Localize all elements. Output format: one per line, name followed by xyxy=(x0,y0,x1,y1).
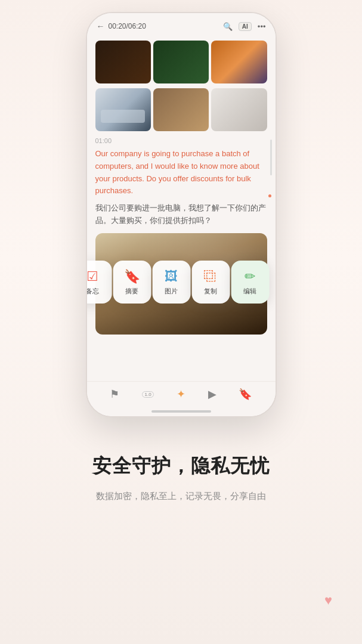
search-icon[interactable]: 🔍 xyxy=(223,22,233,31)
timestamp: 01:00 xyxy=(95,137,267,144)
image-cell-1 xyxy=(95,41,151,83)
timer-text: 00:20/06:20 xyxy=(109,22,146,30)
top-bar: ← 00:20/06:20 🔍 AI ••• xyxy=(87,13,276,36)
bottom-toolbar: ⚑ 1.0 ✦ ▶ 🔖 xyxy=(87,381,276,410)
speed-badge: 1.0 xyxy=(142,391,153,398)
top-bar-left: ← 00:20/06:20 xyxy=(97,21,146,31)
image-label: 图片 xyxy=(165,287,178,296)
spark-button[interactable]: ✦ xyxy=(177,388,185,401)
top-bar-right: 🔍 AI ••• xyxy=(223,22,266,31)
image-cell-4 xyxy=(95,88,151,131)
back-icon[interactable]: ← xyxy=(97,21,105,31)
heart-decoration: ♥ xyxy=(324,593,332,608)
image-icon: 🖼 xyxy=(165,269,178,284)
image-cell-3 xyxy=(211,41,267,83)
bookmark-icon: 🔖 xyxy=(239,388,252,401)
image-grid-bottom xyxy=(95,88,267,131)
scroll-indicator xyxy=(270,140,272,175)
play-icon: ▶ xyxy=(208,388,216,401)
scroll-area[interactable]: 01:00 Our company is going to purchase a… xyxy=(87,36,276,381)
menu-item-image[interactable]: 🖼 图片 xyxy=(152,261,190,304)
phone-screen: ← 00:20/06:20 🔍 AI ••• xyxy=(87,13,276,416)
scroll-dot xyxy=(268,194,271,197)
menu-item-copy[interactable]: ⿻ 复制 xyxy=(191,261,230,304)
message-english: Our company is going to purchase a batch… xyxy=(95,148,267,197)
phone-frame: ← 00:20/06:20 🔍 AI ••• xyxy=(86,12,277,417)
bottom-subtitle: 数据加密，隐私至上，记录无畏，分享自由 xyxy=(24,489,338,503)
speed-button[interactable]: 1.0 xyxy=(142,391,153,398)
copy-icon: ⿻ xyxy=(204,269,217,284)
memo-icon: ☑ xyxy=(87,269,99,284)
bookmark-button[interactable]: 🔖 xyxy=(239,388,252,401)
summary-icon: 🔖 xyxy=(124,269,140,284)
bottom-title: 安全守护，隐私无忧 xyxy=(24,453,338,479)
flag-icon: ⚑ xyxy=(110,388,119,401)
menu-item-edit[interactable]: ✏ 编辑 xyxy=(231,261,269,304)
image-cell-5 xyxy=(153,88,209,131)
more-options-icon[interactable]: ••• xyxy=(258,22,266,31)
play-button[interactable]: ▶ xyxy=(208,388,216,401)
summary-label: 摘要 xyxy=(125,287,138,296)
image-cell-2 xyxy=(153,41,209,83)
flag-button[interactable]: ⚑ xyxy=(110,388,119,401)
memo-label: 备忘 xyxy=(87,287,100,296)
image-grid-top xyxy=(95,41,267,83)
edit-label: 编辑 xyxy=(243,287,256,296)
spark-icon: ✦ xyxy=(177,388,185,401)
popup-menu: ☑ 备忘 🔖 摘要 🖼 图片 ⿻ 复制 xyxy=(87,261,270,304)
home-indicator xyxy=(151,410,211,413)
image-cell-6 xyxy=(211,88,267,131)
copy-label: 复制 xyxy=(204,287,217,296)
bottom-section: 安全守护，隐私无忧 数据加密，隐私至上，记录无畏，分享自由 xyxy=(0,417,362,527)
menu-item-summary[interactable]: 🔖 摘要 xyxy=(113,261,151,304)
menu-item-memo[interactable]: ☑ 备忘 xyxy=(87,261,112,304)
ai-badge[interactable]: AI xyxy=(239,22,252,31)
message-chinese: 我们公司要购进一批电脑，我想了解一下你们的产品。大量购买，你们提供折扣吗？ xyxy=(95,202,267,227)
edit-icon: ✏ xyxy=(245,269,255,284)
